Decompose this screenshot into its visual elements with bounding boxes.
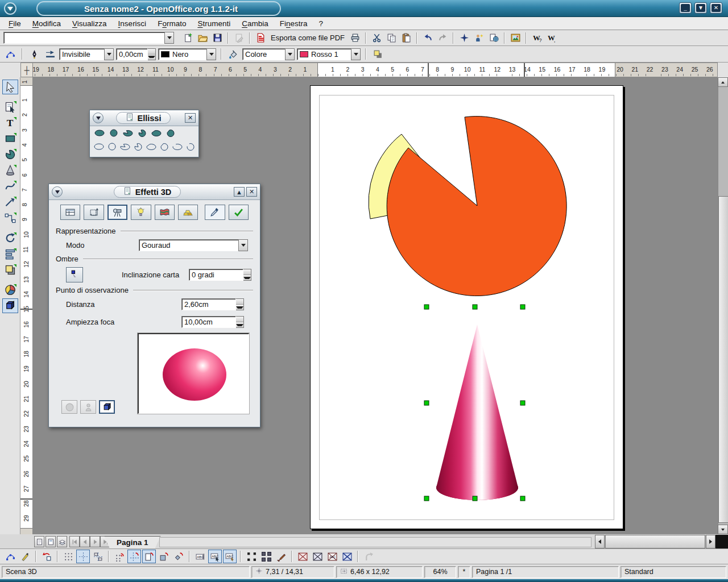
- glue-points-icon[interactable]: [18, 550, 32, 563]
- close-icon[interactable]: ✕: [185, 113, 196, 123]
- open-icon[interactable]: [196, 31, 209, 45]
- next-page-icon[interactable]: [90, 536, 100, 547]
- effects3d-icon[interactable]: [2, 298, 18, 313]
- rotate-mode-icon[interactable]: [40, 550, 53, 563]
- all-placeholder-icon[interactable]: [340, 550, 354, 563]
- help-agent-icon[interactable]: W?: [530, 31, 544, 45]
- tab-pagina-1[interactable]: Pagina 1: [104, 536, 161, 548]
- menu-visualizza[interactable]: Visualizza: [67, 18, 112, 29]
- new-document-icon[interactable]: [181, 31, 195, 45]
- ellipse-icon[interactable]: [2, 147, 18, 162]
- preview-figure-icon[interactable]: [80, 400, 96, 414]
- circle-arc-icon[interactable]: [185, 141, 196, 152]
- picture-placeholder-icon[interactable]: [296, 550, 309, 563]
- circle-segment-outline-icon[interactable]: [159, 141, 170, 152]
- navigator-icon[interactable]: [457, 31, 471, 45]
- ampiezza-spinner[interactable]: 10,00cm: [181, 316, 244, 328]
- window-menu-button[interactable]: [4, 2, 16, 15]
- edit-points-icon[interactable]: [3, 47, 17, 61]
- text-placeholder-icon[interactable]: ABC: [325, 550, 339, 563]
- ellipse-filled-icon[interactable]: [93, 127, 106, 139]
- pdf-export-label[interactable]: Esporta come file PDF: [268, 34, 347, 42]
- pie-body-shape[interactable]: [387, 117, 566, 296]
- circle-filled-icon[interactable]: [107, 127, 120, 139]
- simple-handles-icon[interactable]: [245, 550, 258, 563]
- status-position[interactable]: 7,31 / 14,31: [251, 566, 334, 578]
- rotate-icon[interactable]: [2, 231, 18, 246]
- connector-icon[interactable]: [2, 211, 18, 226]
- snap-grid-icon[interactable]: [113, 550, 126, 563]
- horizontal-ruler[interactable]: 1918171615141312111098765432112345678910…: [20, 63, 718, 77]
- print-icon[interactable]: [348, 31, 362, 45]
- snap-snaplines-icon[interactable]: [127, 550, 141, 563]
- material-tab-icon[interactable]: [178, 205, 198, 220]
- circle-segment-filled-icon[interactable]: [164, 127, 177, 139]
- objects3d-icon[interactable]: [2, 163, 18, 178]
- edit-points-icon[interactable]: [3, 550, 17, 563]
- whats-this-icon[interactable]: W,: [545, 31, 559, 45]
- gallery-icon[interactable]: [508, 31, 522, 45]
- arrow-style-icon[interactable]: [43, 47, 57, 61]
- modify-attributes-icon[interactable]: [274, 550, 288, 563]
- text-icon[interactable]: T: [2, 115, 18, 130]
- effetti-3d-title-bar[interactable]: Effetti 3D ▲ ✕: [49, 184, 260, 200]
- favorites-tab-icon[interactable]: [60, 205, 80, 220]
- grid-visible-icon[interactable]: [61, 550, 75, 563]
- menu-modifica[interactable]: Modifica: [27, 18, 66, 29]
- circle-outline-icon[interactable]: [106, 141, 118, 152]
- mode-layer-icon[interactable]: [57, 536, 67, 547]
- horizontal-scroll-thumb[interactable]: [605, 535, 705, 548]
- toolbar-menu-button[interactable]: [93, 113, 104, 123]
- ellipse-segment-outline-icon[interactable]: [146, 141, 157, 152]
- selection-handle[interactable]: [520, 305, 525, 309]
- arc-icon[interactable]: [172, 141, 183, 152]
- modo-select[interactable]: Gouraud: [139, 239, 248, 251]
- ellipse-pie-outline-icon[interactable]: [119, 141, 131, 152]
- menu-formato[interactable]: Formato: [152, 18, 191, 29]
- select-text-area-icon[interactable]: ABC: [208, 550, 222, 563]
- insert-icon[interactable]: [2, 282, 18, 297]
- copy-icon[interactable]: [384, 31, 398, 45]
- fill-style-select[interactable]: Colore: [242, 48, 295, 60]
- cone-3d-object[interactable]: [436, 325, 518, 500]
- shading-tab-icon[interactable]: [107, 205, 128, 220]
- mode-master-icon[interactable]: [46, 536, 56, 547]
- helplines-moving-icon[interactable]: [91, 550, 105, 563]
- close-icon[interactable]: ✕: [246, 187, 257, 197]
- textures-tab-icon[interactable]: [155, 205, 175, 220]
- menu-inserisci[interactable]: Inserisci: [113, 18, 152, 29]
- ellipse-outline-icon[interactable]: [93, 141, 105, 152]
- line-style-select[interactable]: Invisibile: [59, 48, 114, 60]
- cut-icon[interactable]: [370, 31, 383, 45]
- geometry-tab-icon[interactable]: [84, 205, 104, 220]
- ellissi-title-bar[interactable]: Ellissi ✕: [90, 110, 198, 126]
- status-style[interactable]: Standard: [621, 566, 726, 578]
- rectangle-icon[interactable]: [2, 131, 18, 146]
- preview-cube-icon[interactable]: [99, 400, 115, 414]
- fill-can-icon[interactable]: [226, 47, 240, 61]
- snap-border-icon[interactable]: [157, 550, 171, 563]
- edit-file-icon[interactable]: [232, 31, 246, 45]
- selection-handle[interactable]: [473, 496, 477, 501]
- status-zoom[interactable]: 64%: [424, 566, 456, 578]
- large-handles-icon[interactable]: [259, 550, 273, 563]
- scroll-right-button[interactable]: [706, 535, 715, 548]
- arrange-icon[interactable]: [2, 263, 18, 277]
- vertical-ruler[interactable]: 1123456789101112131415161718192021222324…: [20, 77, 33, 534]
- shadow-icon[interactable]: [371, 47, 384, 61]
- rollup-icon[interactable]: ▲: [234, 187, 245, 197]
- circle-pie-outline-icon[interactable]: [133, 141, 144, 152]
- illumination-tab-icon[interactable]: [131, 205, 151, 220]
- zoom-icon[interactable]: [2, 99, 18, 114]
- snap-points-icon[interactable]: [172, 550, 185, 563]
- dblclick-edit-text-icon[interactable]: ABC: [223, 550, 237, 563]
- exit-group-icon[interactable]: [362, 550, 375, 563]
- ellipse-pie-filled-icon[interactable]: [122, 127, 134, 139]
- line-color-select[interactable]: Nero: [158, 48, 216, 60]
- menu-cambia[interactable]: Cambia: [237, 18, 274, 29]
- mode-page-icon[interactable]: [34, 536, 44, 547]
- selection-handle[interactable]: [520, 401, 525, 405]
- snap-margins-icon[interactable]: [142, 550, 156, 563]
- alignment-icon[interactable]: [2, 247, 18, 261]
- ruler-origin-box[interactable]: ┼: [20, 63, 33, 77]
